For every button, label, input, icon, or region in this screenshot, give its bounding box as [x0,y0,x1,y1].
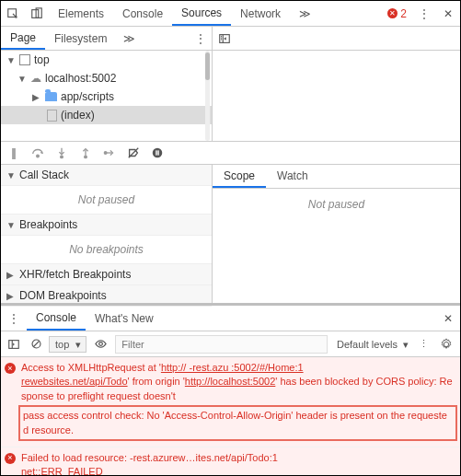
tab-scope[interactable]: Scope [213,165,266,188]
section-xhr-breakpoints[interactable]: XHR/fetch Breakpoints [1,264,212,285]
code-editor[interactable] [213,51,460,143]
svg-rect-10 [157,150,158,155]
error-icon [5,363,16,374]
svg-rect-9 [156,150,156,155]
console-filter[interactable] [115,335,328,354]
debugger-toolbar [1,141,460,165]
tree-host[interactable]: ☁localhost:5002 [1,69,212,87]
drawer-tab-console[interactable]: Console [27,306,86,331]
link-url1[interactable]: http:// -rest.azu :5002/#/Home:1 [161,362,304,373]
pause-on-exceptions-icon[interactable] [150,145,165,160]
folder-icon [45,92,57,101]
console-sidebar-toggle-icon[interactable] [5,338,23,351]
drawer-menu-icon[interactable]: ⋮ [1,312,27,325]
cloud-icon: ☁ [30,72,41,85]
tree-top[interactable]: top [1,51,212,69]
error-icon: ✕ [387,8,398,18]
tab-sources[interactable]: Sources [172,1,231,26]
console-error-2[interactable]: Failed to load resource: -rest.azurew…it… [1,447,460,475]
tree-file[interactable]: (index) [1,106,212,124]
subtab-page[interactable]: Page [1,27,45,50]
error-count: 2 [400,7,407,20]
cors-highlight: pass access control check: No 'Access-Co… [18,405,457,441]
scope-not-paused: Not paused [213,189,460,220]
tree-scroll-thumb[interactable] [205,52,210,80]
breakpoints-body: No breakpoints [1,236,212,264]
vdots-icon[interactable]: ⋮ [190,32,212,45]
step-over-icon[interactable] [30,145,45,160]
step-icon[interactable] [102,145,117,160]
subtab-more-icon[interactable]: ≫ [116,32,143,45]
drawer-tab-whatsnew[interactable]: What's New [86,307,163,330]
file-tree[interactable]: top ☁localhost:5002 app/scripts (index) [1,51,213,141]
tab-watch[interactable]: Watch [266,165,319,188]
console-messages[interactable]: Access to XMLHttpRequest at 'http:// -re… [1,357,460,475]
tab-console[interactable]: Console [113,2,172,25]
show-navigator-icon[interactable] [218,32,231,45]
console-settings-icon[interactable] [436,338,456,351]
clear-console-icon[interactable] [27,338,45,350]
svg-point-5 [61,156,63,158]
log-levels-selector[interactable]: Default levels [331,337,410,352]
svg-point-13 [99,342,103,346]
link-err-failed[interactable]: ERR_FAILED [40,466,102,475]
hidden-count-icon[interactable]: ⋮ [414,338,432,350]
console-filter-input[interactable] [115,335,328,354]
call-stack-body: Not paused [1,186,212,215]
live-expression-icon[interactable] [90,337,111,351]
svg-point-8 [153,148,163,158]
step-out-icon[interactable] [78,145,93,160]
close-devtools-icon[interactable]: ✕ [436,2,460,26]
tab-elements[interactable]: Elements [49,2,113,25]
main-tabs: Elements Console Sources Network ≫ [49,1,382,26]
deactivate-breakpoints-icon[interactable] [126,145,141,160]
link-origin[interactable]: http://localhost:5002 [185,376,275,387]
subtab-filesystem[interactable]: Filesystem [45,28,116,49]
svg-rect-1 [32,9,39,17]
link-url1b[interactable]: rewebsites.net/api/Todo [21,376,128,387]
drawer-close-icon[interactable]: ✕ [436,312,460,325]
error-icon [5,453,16,464]
step-into-icon[interactable] [54,145,69,160]
kebab-menu-icon[interactable]: ⋮ [412,2,436,26]
section-breakpoints[interactable]: Breakpoints [1,215,212,236]
error-count-badge[interactable]: ✕ 2 [382,7,412,20]
svg-point-7 [104,152,107,155]
pause-icon[interactable] [6,145,21,160]
context-selector[interactable]: top [49,336,86,353]
section-call-stack[interactable]: Call Stack [1,165,212,186]
tab-network[interactable]: Network [231,2,290,25]
svg-point-4 [37,155,40,157]
svg-point-6 [85,156,87,158]
console-error-1[interactable]: Access to XMLHttpRequest at 'http:// -re… [1,357,460,447]
device-toolbar-icon[interactable] [25,2,49,26]
tree-folder[interactable]: app/scripts [1,87,212,106]
inspect-icon[interactable] [1,2,25,26]
file-icon [47,110,57,122]
tabs-more-icon[interactable]: ≫ [290,2,320,25]
